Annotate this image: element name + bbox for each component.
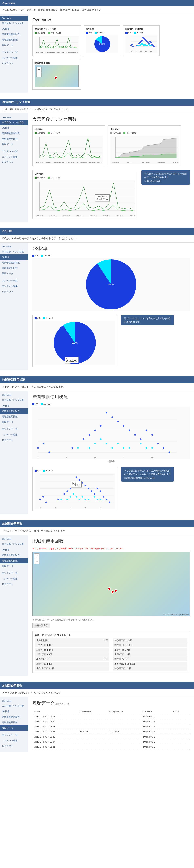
sidebar-item-os[interactable]: OS比率	[0, 709, 28, 714]
tile-title: 地域別使用回数	[35, 61, 78, 64]
section-desc: アクセス履歴を最新20件分一覧でご確認いただけます	[0, 689, 194, 697]
sidebar-impressions: Overview表示回数 / リンク回数OS比率時間帯別使用状況地域別使用回数履…	[0, 113, 28, 222]
sidebar-item-logout[interactable]: ログアウト	[0, 581, 28, 587]
sidebar-item-region[interactable]: 地域別使用回数	[0, 37, 28, 42]
sidebar-item-region[interactable]: 地域別使用回数	[0, 136, 28, 142]
sidebar-item-history[interactable]: 履歴データ	[0, 271, 28, 276]
sidebar-item-contentedit[interactable]: コンテンツ編集	[0, 55, 28, 60]
sidebar-item-overview[interactable]: Overview	[0, 16, 28, 21]
col-device: Device	[141, 709, 171, 714]
svg-text:2015-03-14: 2015-03-14	[63, 215, 70, 216]
sidebar-item-os[interactable]: OS比率	[0, 254, 28, 260]
map-marker-icon[interactable]	[114, 589, 118, 593]
page-title: 地域別使用回数	[32, 538, 190, 544]
chart-cumulative: 累計表示 表示回数リンク回数 2015-02-252015-03-142015-…	[108, 125, 181, 166]
zoom-out-icon[interactable]: −	[36, 72, 42, 78]
map-marker-icon[interactable]	[110, 590, 115, 594]
zoom-in-icon[interactable]: +	[34, 553, 39, 559]
address-row: 神奈川丁目1 10回	[113, 643, 187, 647]
sidebar-item-logout[interactable]: ログアウト	[0, 743, 28, 749]
tile-impressions[interactable]: 表示回数 / リンク回数 表示回数 リンク回数 2015-02-252015-0…	[32, 26, 81, 56]
svg-point-159	[78, 479, 80, 481]
svg-text:2015-05-11: 2015-05-11	[158, 162, 165, 164]
svg-text:90.7%: 90.7%	[72, 342, 77, 344]
section-desc-overview: 表示回数/リンク回数、OS比率、時間帯別使用状況、地域別使用回数を一目で確認でき…	[0, 6, 194, 14]
sidebar-item-history[interactable]: 履歴データ	[0, 419, 28, 425]
chart-daily: 日別表示 表示回数リンク回数 2015-02-252015-03-042015-…	[32, 125, 105, 166]
tile-timeband[interactable]: 時間帯別使用状況 iOSAndroid 05101520	[123, 26, 160, 56]
map-marker-icon	[54, 76, 58, 80]
sidebar-item-os[interactable]: OS比率	[0, 26, 28, 32]
sidebar-item-timeband[interactable]: 時間帯別使用状況	[0, 131, 28, 136]
sidebar-item-contentedit[interactable]: コンテンツ編集	[0, 576, 28, 581]
tile-region[interactable]: 地域別使用回数 +−	[32, 59, 81, 90]
table-row: 2015-07-08 17:12:07iPhone 8.1.3	[32, 739, 190, 744]
sidebar-item-timeband[interactable]: 時間帯別使用状況	[0, 552, 28, 558]
col-lng: Longitude	[107, 709, 141, 714]
sidebar-item-contentlist[interactable]: コンテンツ一覧	[0, 732, 28, 738]
sidebar-item-impressions[interactable]: 表示回数 / リンク回数	[0, 21, 28, 26]
svg-text:10: 10	[140, 51, 142, 53]
sidebar-item-os[interactable]: OS比率	[0, 125, 28, 131]
sidebar-item-contentlist[interactable]: コンテンツ一覧	[0, 50, 28, 55]
sidebar-item-logout[interactable]: ログアウト	[0, 160, 28, 165]
sidebar-item-region[interactable]: 地域別使用回数	[0, 414, 28, 419]
sidebar-item-impressions[interactable]: 表示回数 / リンク回数	[0, 120, 28, 125]
sidebar-item-history[interactable]: 履歴データ	[0, 725, 28, 731]
sidebar-item-logout[interactable]: ログアウト	[0, 60, 28, 66]
sidebar-item-history[interactable]: 履歴データ	[0, 42, 28, 48]
sidebar-item-contentlist[interactable]: コンテンツ一覧	[0, 149, 28, 154]
zoom-out-icon[interactable]: −	[34, 559, 39, 564]
sidebar-item-contentedit[interactable]: コンテンツ編集	[0, 154, 28, 160]
sidebar-item-contentlist[interactable]: コンテンツ一覧	[0, 278, 28, 283]
sidebar-item-contentlist[interactable]: コンテンツ一覧	[0, 570, 28, 576]
sidebar-item-region[interactable]: 地域別使用回数	[0, 266, 28, 271]
sidebar-item-timeband[interactable]: 時間帯別使用状況	[0, 714, 28, 720]
svg-text:5: 5	[55, 507, 56, 509]
sidebar-item-contentlist[interactable]: コンテンツ一覧	[0, 426, 28, 432]
sidebar-item-impressions[interactable]: 表示回数 / リンク回数	[0, 703, 28, 709]
scatter-large: 05101520	[32, 407, 190, 459]
svg-point-112	[83, 438, 85, 440]
sidebar-item-overview[interactable]: Overview	[0, 115, 28, 120]
show-address-button[interactable]: 住所一覧表示	[32, 623, 50, 628]
address-row: 神奈川丁目1 12回	[113, 639, 187, 643]
sidebar-item-history[interactable]: 履歴データ	[0, 142, 28, 147]
sidebar-item-logout[interactable]: ログアウト	[0, 437, 28, 443]
sidebar-overview: Overview表示回数 / リンク回数OS比率時間帯別使用状況地域別使用回数履…	[0, 14, 28, 93]
map[interactable]: + − © 2015 ZENRIN / Google 利用規約	[32, 552, 190, 616]
sidebar-item-contentedit[interactable]: コンテンツ編集	[0, 283, 28, 289]
sidebar-item-timeband[interactable]: 時間帯別使用状況	[0, 408, 28, 414]
svg-text:5: 5	[66, 457, 67, 459]
section-desc: どこからアクセスされたか、地図上でご確認いただけます	[0, 527, 194, 535]
svg-text:2015-03-14: 2015-03-14	[127, 162, 134, 164]
sidebar-item-overview[interactable]: Overview	[0, 244, 28, 249]
section-header-timeband: 時間帯別使用状況	[0, 376, 194, 383]
sidebar-item-overview[interactable]: Overview	[0, 393, 28, 398]
sidebar-item-overview[interactable]: Overview	[0, 699, 28, 703]
sidebar-item-os[interactable]: OS比率	[0, 403, 28, 408]
sidebar-item-history[interactable]: 履歴データ	[0, 563, 28, 569]
svg-point-174	[75, 496, 77, 498]
sidebar-item-region[interactable]: 地域別使用回数	[0, 558, 28, 563]
sidebar-item-os[interactable]: OS比率	[0, 547, 28, 552]
table-row: 2015-07-08 17:13:40iPhone 8.1.3	[32, 734, 190, 739]
mini-scatter: 05101520	[126, 35, 157, 53]
col-link: Link	[171, 709, 190, 714]
sidebar-item-timeband[interactable]: 時間帯別使用状況	[0, 260, 28, 266]
sidebar-item-impressions[interactable]: 表示回数 / リンク回数	[0, 249, 28, 254]
sidebar-item-timeband[interactable]: 時間帯別使用状況	[0, 32, 28, 37]
section-header-history: 地域別使用回数	[0, 682, 194, 689]
sidebar-item-impressions[interactable]: 表示回数 / リンク回数	[0, 398, 28, 403]
svg-point-32	[141, 40, 143, 41]
tile-os[interactable]: OS比率 iOSAndroid 85.2%	[84, 26, 120, 56]
map-marker-icon[interactable]	[107, 587, 111, 591]
sidebar-item-contentedit[interactable]: コンテンツ編集	[0, 432, 28, 437]
zoom-in-icon[interactable]: +	[36, 67, 42, 72]
sidebar-item-contentedit[interactable]: コンテンツ編集	[0, 738, 28, 743]
sidebar-item-overview[interactable]: Overview	[0, 537, 28, 541]
sidebar-item-region[interactable]: 地域別使用回数	[0, 720, 28, 725]
svg-text:2015-02-25: 2015-02-25	[112, 162, 119, 164]
sidebar-item-logout[interactable]: ログアウト	[0, 289, 28, 294]
sidebar-item-impressions[interactable]: 表示回数 / リンク回数	[0, 541, 28, 547]
